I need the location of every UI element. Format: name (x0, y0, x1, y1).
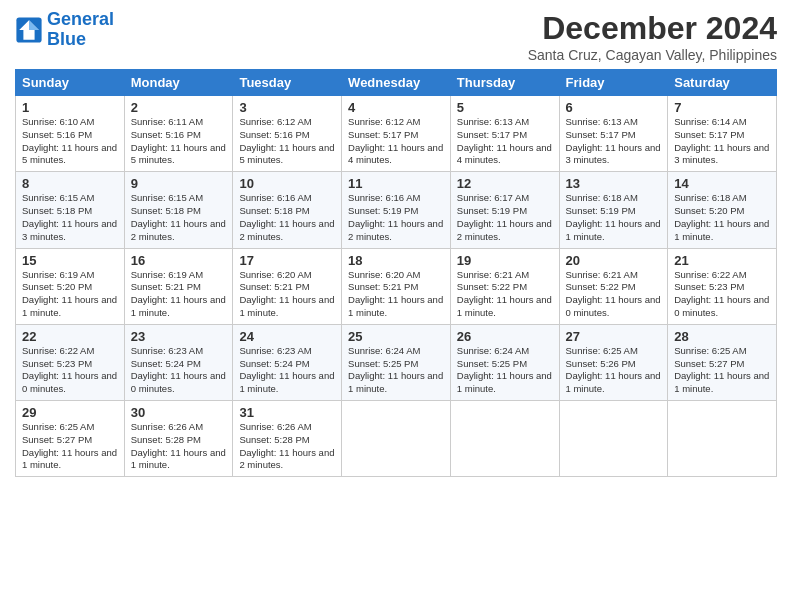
day-info: Sunrise: 6:11 AMSunset: 5:16 PMDaylight:… (131, 116, 227, 167)
day-info: Sunrise: 6:25 AMSunset: 5:26 PMDaylight:… (566, 345, 662, 396)
calendar-cell: 24Sunrise: 6:23 AMSunset: 5:24 PMDayligh… (233, 324, 342, 400)
sunset-text: Sunset: 5:23 PM (22, 358, 92, 369)
sunrise-text: Sunrise: 6:13 AM (457, 116, 529, 127)
calendar-cell (668, 401, 777, 477)
calendar-week-2: 8Sunrise: 6:15 AMSunset: 5:18 PMDaylight… (16, 172, 777, 248)
calendar-cell (559, 401, 668, 477)
sunset-text: Sunset: 5:20 PM (674, 205, 744, 216)
calendar-cell: 28Sunrise: 6:25 AMSunset: 5:27 PMDayligh… (668, 324, 777, 400)
calendar-cell: 18Sunrise: 6:20 AMSunset: 5:21 PMDayligh… (342, 248, 451, 324)
sunset-text: Sunset: 5:17 PM (348, 129, 418, 140)
day-number: 4 (348, 100, 444, 115)
day-number: 14 (674, 176, 770, 191)
day-number: 5 (457, 100, 553, 115)
daylight-text: Daylight: 11 hours and 2 minutes. (348, 218, 443, 242)
calendar-cell: 20Sunrise: 6:21 AMSunset: 5:22 PMDayligh… (559, 248, 668, 324)
calendar-cell: 10Sunrise: 6:16 AMSunset: 5:18 PMDayligh… (233, 172, 342, 248)
day-number: 3 (239, 100, 335, 115)
day-number: 26 (457, 329, 553, 344)
col-monday: Monday (124, 70, 233, 96)
day-number: 31 (239, 405, 335, 420)
day-number: 16 (131, 253, 227, 268)
day-number: 23 (131, 329, 227, 344)
sunset-text: Sunset: 5:16 PM (22, 129, 92, 140)
daylight-text: Daylight: 11 hours and 5 minutes. (239, 142, 334, 166)
day-info: Sunrise: 6:19 AMSunset: 5:21 PMDaylight:… (131, 269, 227, 320)
daylight-text: Daylight: 11 hours and 2 minutes. (239, 218, 334, 242)
day-number: 8 (22, 176, 118, 191)
sunrise-text: Sunrise: 6:14 AM (674, 116, 746, 127)
daylight-text: Daylight: 11 hours and 5 minutes. (131, 142, 226, 166)
sunrise-text: Sunrise: 6:19 AM (131, 269, 203, 280)
daylight-text: Daylight: 11 hours and 4 minutes. (348, 142, 443, 166)
day-info: Sunrise: 6:12 AMSunset: 5:17 PMDaylight:… (348, 116, 444, 167)
day-number: 10 (239, 176, 335, 191)
calendar-cell: 22Sunrise: 6:22 AMSunset: 5:23 PMDayligh… (16, 324, 125, 400)
sunset-text: Sunset: 5:23 PM (674, 281, 744, 292)
daylight-text: Daylight: 11 hours and 3 minutes. (674, 142, 769, 166)
sunrise-text: Sunrise: 6:21 AM (457, 269, 529, 280)
sunset-text: Sunset: 5:18 PM (239, 205, 309, 216)
sunrise-text: Sunrise: 6:21 AM (566, 269, 638, 280)
calendar-cell: 19Sunrise: 6:21 AMSunset: 5:22 PMDayligh… (450, 248, 559, 324)
sunset-text: Sunset: 5:17 PM (457, 129, 527, 140)
day-info: Sunrise: 6:14 AMSunset: 5:17 PMDaylight:… (674, 116, 770, 167)
sunrise-text: Sunrise: 6:11 AM (131, 116, 203, 127)
col-wednesday: Wednesday (342, 70, 451, 96)
day-info: Sunrise: 6:24 AMSunset: 5:25 PMDaylight:… (457, 345, 553, 396)
calendar-cell: 9Sunrise: 6:15 AMSunset: 5:18 PMDaylight… (124, 172, 233, 248)
sunrise-text: Sunrise: 6:25 AM (22, 421, 94, 432)
day-info: Sunrise: 6:21 AMSunset: 5:22 PMDaylight:… (457, 269, 553, 320)
daylight-text: Daylight: 11 hours and 1 minute. (566, 218, 661, 242)
day-number: 20 (566, 253, 662, 268)
day-info: Sunrise: 6:12 AMSunset: 5:16 PMDaylight:… (239, 116, 335, 167)
calendar-cell: 8Sunrise: 6:15 AMSunset: 5:18 PMDaylight… (16, 172, 125, 248)
day-number: 25 (348, 329, 444, 344)
calendar-week-3: 15Sunrise: 6:19 AMSunset: 5:20 PMDayligh… (16, 248, 777, 324)
sunrise-text: Sunrise: 6:25 AM (566, 345, 638, 356)
calendar-cell: 23Sunrise: 6:23 AMSunset: 5:24 PMDayligh… (124, 324, 233, 400)
calendar-cell: 12Sunrise: 6:17 AMSunset: 5:19 PMDayligh… (450, 172, 559, 248)
day-info: Sunrise: 6:23 AMSunset: 5:24 PMDaylight:… (131, 345, 227, 396)
daylight-text: Daylight: 11 hours and 2 minutes. (239, 447, 334, 471)
logo-text: General Blue (47, 10, 114, 50)
day-info: Sunrise: 6:18 AMSunset: 5:19 PMDaylight:… (566, 192, 662, 243)
calendar-cell: 3Sunrise: 6:12 AMSunset: 5:16 PMDaylight… (233, 96, 342, 172)
daylight-text: Daylight: 11 hours and 0 minutes. (22, 370, 117, 394)
calendar-cell (342, 401, 451, 477)
sunrise-text: Sunrise: 6:17 AM (457, 192, 529, 203)
day-info: Sunrise: 6:23 AMSunset: 5:24 PMDaylight:… (239, 345, 335, 396)
calendar-cell: 7Sunrise: 6:14 AMSunset: 5:17 PMDaylight… (668, 96, 777, 172)
sunset-text: Sunset: 5:28 PM (131, 434, 201, 445)
page-header: General Blue December 2024 Santa Cruz, C… (15, 10, 777, 63)
sunset-text: Sunset: 5:25 PM (457, 358, 527, 369)
daylight-text: Daylight: 11 hours and 1 minute. (131, 447, 226, 471)
sunrise-text: Sunrise: 6:13 AM (566, 116, 638, 127)
daylight-text: Daylight: 11 hours and 1 minute. (457, 370, 552, 394)
sunset-text: Sunset: 5:18 PM (22, 205, 92, 216)
day-info: Sunrise: 6:25 AMSunset: 5:27 PMDaylight:… (22, 421, 118, 472)
calendar-cell: 6Sunrise: 6:13 AMSunset: 5:17 PMDaylight… (559, 96, 668, 172)
sunrise-text: Sunrise: 6:23 AM (239, 345, 311, 356)
sunrise-text: Sunrise: 6:16 AM (239, 192, 311, 203)
sunrise-text: Sunrise: 6:20 AM (348, 269, 420, 280)
calendar-cell: 11Sunrise: 6:16 AMSunset: 5:19 PMDayligh… (342, 172, 451, 248)
col-friday: Friday (559, 70, 668, 96)
day-info: Sunrise: 6:22 AMSunset: 5:23 PMDaylight:… (22, 345, 118, 396)
sunrise-text: Sunrise: 6:18 AM (566, 192, 638, 203)
sunrise-text: Sunrise: 6:22 AM (22, 345, 94, 356)
sunset-text: Sunset: 5:22 PM (457, 281, 527, 292)
sunset-text: Sunset: 5:19 PM (348, 205, 418, 216)
day-info: Sunrise: 6:26 AMSunset: 5:28 PMDaylight:… (239, 421, 335, 472)
daylight-text: Daylight: 11 hours and 1 minute. (22, 294, 117, 318)
sunset-text: Sunset: 5:25 PM (348, 358, 418, 369)
calendar-week-4: 22Sunrise: 6:22 AMSunset: 5:23 PMDayligh… (16, 324, 777, 400)
sunrise-text: Sunrise: 6:22 AM (674, 269, 746, 280)
sunset-text: Sunset: 5:27 PM (22, 434, 92, 445)
calendar-cell: 16Sunrise: 6:19 AMSunset: 5:21 PMDayligh… (124, 248, 233, 324)
day-info: Sunrise: 6:20 AMSunset: 5:21 PMDaylight:… (239, 269, 335, 320)
calendar-cell: 5Sunrise: 6:13 AMSunset: 5:17 PMDaylight… (450, 96, 559, 172)
day-info: Sunrise: 6:24 AMSunset: 5:25 PMDaylight:… (348, 345, 444, 396)
day-info: Sunrise: 6:22 AMSunset: 5:23 PMDaylight:… (674, 269, 770, 320)
day-info: Sunrise: 6:15 AMSunset: 5:18 PMDaylight:… (131, 192, 227, 243)
